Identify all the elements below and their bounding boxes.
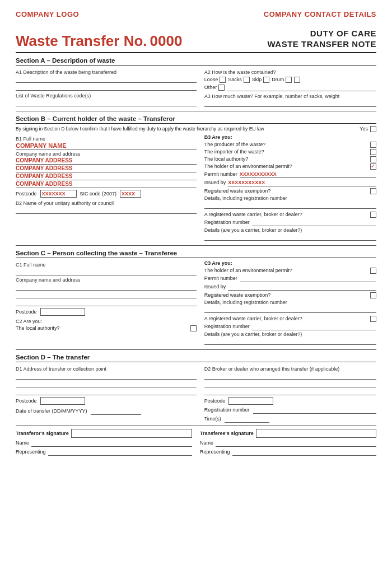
sacks-checkbox[interactable] [244, 77, 250, 83]
producer-row: The producer of the waste? [204, 142, 376, 148]
c-reg-waste-row: Registered waste exemption? [204, 292, 376, 298]
carrier-checkbox[interactable] [370, 212, 376, 218]
section-a-content: A1 Description of the waste being transf… [16, 68, 376, 107]
sic-input[interactable] [120, 190, 141, 198]
b2-input[interactable] [16, 207, 197, 214]
c-carrier-row: A registered waste carrier, broker or de… [204, 316, 376, 322]
local-auth-row: The local authority? [204, 156, 376, 162]
c-local-auth-checkbox[interactable] [190, 325, 197, 331]
d1-address2-input[interactable] [16, 380, 197, 387]
c-env-permit-checkbox[interactable] [370, 268, 376, 274]
company-logo: COMPANY LOGO [16, 10, 79, 18]
c-reg-detail-label: Details, including registration number [204, 300, 376, 305]
transferor-representing-input[interactable] [48, 448, 192, 456]
c-carrier-checkbox[interactable] [370, 316, 376, 322]
importer-checkbox[interactable] [370, 149, 376, 155]
section-b-divider [16, 245, 376, 246]
c-issued-by-input[interactable] [228, 283, 376, 291]
transferee-representing-row: Representing [200, 448, 376, 456]
a3-input[interactable] [204, 100, 376, 107]
issued-by-input[interactable] [228, 179, 376, 186]
drum-checkbox[interactable] [286, 77, 292, 83]
producer-checkbox[interactable] [370, 142, 376, 148]
extra-checkbox[interactable] [294, 77, 300, 83]
section-a-divider [16, 111, 376, 111]
a3-label: A3 How much waste? For example, number o… [204, 94, 376, 99]
transferor-sig-col: Transferor's signature Name Representing [16, 429, 192, 456]
d2-label: D2 Broker or dealer who arranged this tr… [204, 366, 376, 372]
c-reg-number-row: Registration number [204, 323, 376, 330]
c-address2-input[interactable] [16, 291, 197, 298]
d2-address3-input[interactable] [204, 388, 376, 395]
other-checkbox[interactable] [218, 85, 225, 91]
times-row: Time(s) [204, 415, 376, 423]
permit-number-row: Permit number [204, 171, 376, 178]
c1-label: C1 Full name [16, 262, 197, 268]
d2-address2-input[interactable] [204, 380, 376, 387]
c-postcode-input[interactable] [40, 308, 85, 316]
section-b-content: B1 Full name Company name and address Po… [16, 134, 376, 241]
local-auth-checkbox[interactable] [370, 156, 376, 162]
d-postcode-input[interactable] [40, 397, 85, 405]
carrier-section: A registered waste carrier, broker or de… [204, 212, 376, 241]
postcode-input[interactable] [40, 190, 77, 198]
loose-checkbox[interactable] [220, 77, 226, 83]
d1-address3-input[interactable] [16, 388, 197, 395]
section-a: Section A – Description of waste A1 Desc… [16, 57, 376, 107]
b1-name-input[interactable] [16, 142, 197, 149]
address2-input[interactable] [16, 165, 197, 172]
reg-number-row-d: Registration number [204, 406, 376, 414]
c-reg-detail-input[interactable] [204, 306, 376, 313]
section-d-left: D1 Address of transfer or collection poi… [16, 364, 197, 423]
transferor-name-input[interactable] [31, 440, 192, 447]
reg-number-input[interactable] [252, 219, 376, 226]
other-input[interactable] [227, 84, 376, 91]
a2-label: A2 How is the waste contained? [204, 69, 376, 75]
yes-checkbox[interactable] [370, 126, 376, 132]
address4-input[interactable] [16, 181, 197, 188]
times-input[interactable] [225, 415, 269, 423]
d2-postcode-row: Postcode [204, 397, 376, 405]
reg-detail-input[interactable] [204, 202, 376, 209]
list-input[interactable] [16, 99, 197, 106]
page: COMPANY LOGO COMPANY CONTACT DETAILS Was… [0, 0, 392, 575]
c-address1-input[interactable] [16, 283, 197, 291]
c-permit-number-input[interactable] [240, 275, 376, 282]
section-b-subtitle-row: By signing in Section D below I confirm … [16, 126, 376, 132]
c2-section: C2 Are you: The local authority? [16, 319, 197, 331]
c1-name-input[interactable] [16, 268, 197, 275]
section-d-right: D2 Broker or dealer who arranged this tr… [204, 364, 376, 423]
reg-waste-checkbox[interactable] [370, 188, 376, 194]
a1-input-1[interactable] [16, 76, 197, 83]
env-permit-checkbox[interactable] [370, 163, 376, 170]
transferee-sig-col: Transferee's signature Name Representing [200, 429, 376, 456]
details-input[interactable] [204, 233, 376, 241]
a1-input-2[interactable] [16, 83, 197, 91]
transferor-sig-input[interactable] [71, 429, 192, 438]
skip-checkbox[interactable] [263, 77, 269, 83]
sacks-option: Sacks [228, 77, 250, 83]
transferee-representing-input[interactable] [232, 448, 376, 456]
loose-option: Loose [204, 77, 226, 83]
skip-option: Skip [252, 77, 270, 83]
c-env-permit-row: The holder of an environmental permit? [204, 268, 376, 274]
b1-label: B1 Full name [16, 136, 197, 142]
signatures-row: Transferor's signature Name Representing… [16, 426, 376, 456]
d2-address1-input[interactable] [204, 372, 376, 380]
c-address3-input[interactable] [16, 299, 197, 306]
address1-input[interactable] [16, 157, 197, 165]
d2-postcode-input[interactable] [228, 397, 273, 405]
c-reg-waste-checkbox[interactable] [370, 292, 376, 298]
date-input[interactable] [91, 408, 141, 415]
address3-input[interactable] [16, 173, 197, 180]
drum-option: Drum [272, 77, 292, 83]
d1-address1-input[interactable] [16, 372, 197, 380]
c-details-input[interactable] [204, 338, 376, 345]
section-c-divider [16, 349, 376, 350]
c-reg-number-input[interactable] [252, 323, 376, 330]
header: COMPANY LOGO COMPANY CONTACT DETAILS [16, 10, 376, 18]
transferee-sig-input[interactable] [256, 429, 376, 438]
transferee-name-input[interactable] [216, 440, 376, 447]
d2-reg-number-input[interactable] [253, 406, 376, 414]
permit-number-input[interactable] [240, 171, 376, 178]
